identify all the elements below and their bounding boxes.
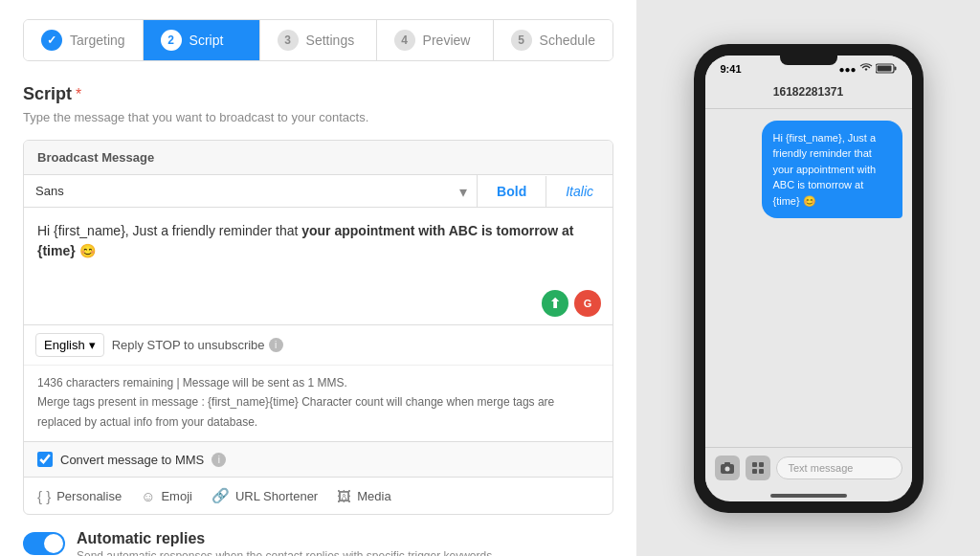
step-num-1: ✓: [41, 30, 62, 51]
phone-mockup: 9:41 ●●●: [694, 44, 924, 513]
media-tool[interactable]: 🖼 Media: [337, 488, 390, 504]
step-schedule[interactable]: 5 Schedule: [494, 20, 612, 60]
script-subtitle: Type the message that you want to broadc…: [23, 110, 613, 124]
svg-rect-5: [724, 462, 730, 465]
font-select-wrapper[interactable]: Sans Serif Mono ▾: [24, 175, 478, 207]
url-shortener-tool[interactable]: 🔗 URL Shortener: [212, 487, 318, 504]
step-num-5: 5: [511, 30, 532, 51]
lang-chevron-icon: ▾: [89, 338, 96, 352]
step-num-2: 2: [161, 30, 182, 51]
step-label-1: Targeting: [70, 33, 125, 48]
svg-rect-1: [894, 66, 896, 70]
media-label: Media: [357, 489, 390, 503]
step-preview[interactable]: 4 Preview: [377, 20, 494, 60]
language-value: English: [44, 338, 85, 352]
reply-stop-label: Reply STOP to unsubscribe i: [112, 338, 283, 352]
reply-stop-info-icon[interactable]: i: [269, 338, 283, 352]
step-label-4: Preview: [423, 33, 471, 48]
step-label-5: Schedule: [540, 33, 595, 48]
app-icon[interactable]: [746, 456, 770, 480]
bold-button[interactable]: Bold: [478, 176, 546, 207]
convert-mms-info-icon[interactable]: i: [212, 453, 226, 467]
link-icon: 🔗: [212, 487, 230, 504]
personalise-tool[interactable]: { } Personalise: [37, 488, 122, 504]
phone-screen: 9:41 ●●●: [705, 56, 912, 501]
grammarly-button[interactable]: G: [574, 290, 601, 317]
phone-input-bar: Text message: [705, 447, 912, 488]
phone-home-bar: [770, 494, 847, 498]
media-icon: 🖼: [337, 488, 351, 504]
step-script[interactable]: 2 Script: [144, 20, 260, 60]
emoji-icon: ☺: [141, 488, 155, 504]
convert-mms-checkbox[interactable]: [37, 452, 53, 467]
phone-notch: [780, 56, 837, 65]
svg-rect-8: [752, 469, 757, 474]
message-plain-text: Hi {first_name}, Just a friendly reminde…: [37, 223, 301, 238]
message-emoji: 😊: [76, 243, 96, 258]
auto-replies-subtitle: Send automatic responses when the contac…: [77, 549, 496, 556]
step-targeting[interactable]: ✓ Targeting: [24, 20, 144, 60]
stats-area: 1436 characters remaining | Message will…: [24, 365, 612, 441]
right-panel: 9:41 ●●●: [636, 0, 980, 556]
message-bubble: Hi {first_name}, Just a friendly reminde…: [762, 121, 902, 219]
phone-text-input[interactable]: Text message: [776, 456, 902, 479]
auto-replies-text: Automatic replies Send automatic respons…: [77, 530, 496, 556]
step-label-2: Script: [189, 33, 224, 48]
convert-mms-row: Convert message to MMS i: [24, 441, 612, 477]
text-placeholder: Text message: [789, 462, 854, 474]
step-num-3: 3: [278, 30, 299, 51]
svg-rect-7: [759, 462, 764, 467]
left-panel: ✓ Targeting 2 Script 3 Settings 4 Previe…: [0, 0, 636, 556]
status-icons: ●●●: [838, 63, 896, 76]
battery-icon: [876, 63, 897, 76]
auto-replies-toggle[interactable]: [23, 532, 65, 555]
personalise-label: Personalise: [56, 489, 122, 503]
camera-icon[interactable]: [715, 456, 740, 480]
auto-replies-title: Automatic replies: [77, 530, 496, 547]
url-shortener-label: URL Shortener: [235, 489, 318, 503]
emoji-tool[interactable]: ☺ Emoji: [141, 488, 192, 504]
required-indicator: *: [76, 86, 81, 102]
script-title-row: Script*: [23, 84, 613, 104]
svg-rect-9: [759, 469, 764, 474]
wifi-icon: [859, 63, 873, 75]
svg-rect-6: [752, 462, 757, 467]
message-text: Hi {first_name}, Just a friendly reminde…: [37, 223, 573, 258]
message-footer: English ▾ Reply STOP to unsubscribe i: [24, 324, 612, 365]
merge-info: Merge tags present in message : {first_n…: [37, 392, 599, 432]
step-settings[interactable]: 3 Settings: [260, 20, 377, 60]
step-label-3: Settings: [306, 33, 355, 48]
auto-replies-section: Automatic replies Send automatic respons…: [23, 530, 613, 556]
ai-buttons-row: ⬆ G: [24, 284, 612, 324]
emoji-label: Emoji: [161, 489, 192, 503]
stepper: ✓ Targeting 2 Script 3 Settings 4 Previe…: [23, 19, 613, 61]
step-num-4: 4: [394, 30, 415, 51]
broadcast-message-box: Broadcast Message Sans Serif Mono ▾ Bold…: [23, 140, 613, 515]
svg-point-4: [724, 466, 729, 471]
language-select[interactable]: English ▾: [35, 333, 104, 357]
svg-rect-2: [877, 65, 891, 71]
signal-icon: ●●●: [838, 64, 856, 75]
phone-contact-number: 16182281371: [705, 79, 912, 109]
script-title: Script: [23, 84, 72, 103]
messages-area: Hi {first_name}, Just a friendly reminde…: [705, 109, 912, 447]
italic-button[interactable]: Italic: [546, 176, 612, 207]
personalise-icon: { }: [37, 488, 51, 504]
bottom-toolbar: { } Personalise ☺ Emoji 🔗 URL Shortener …: [24, 477, 612, 514]
format-toolbar: Sans Serif Mono ▾ Bold Italic: [24, 175, 612, 208]
phone-time: 9:41: [721, 63, 742, 75]
convert-mms-label: Convert message to MMS: [60, 453, 204, 467]
font-select[interactable]: Sans Serif Mono: [24, 175, 477, 207]
ai-enhance-button[interactable]: ⬆: [542, 290, 568, 317]
reply-stop-text: Reply STOP to unsubscribe: [112, 338, 265, 352]
message-area[interactable]: Hi {first_name}, Just a friendly reminde…: [24, 208, 612, 284]
chars-remaining: 1436 characters remaining | Message will…: [37, 373, 599, 392]
broadcast-header: Broadcast Message: [24, 141, 612, 175]
